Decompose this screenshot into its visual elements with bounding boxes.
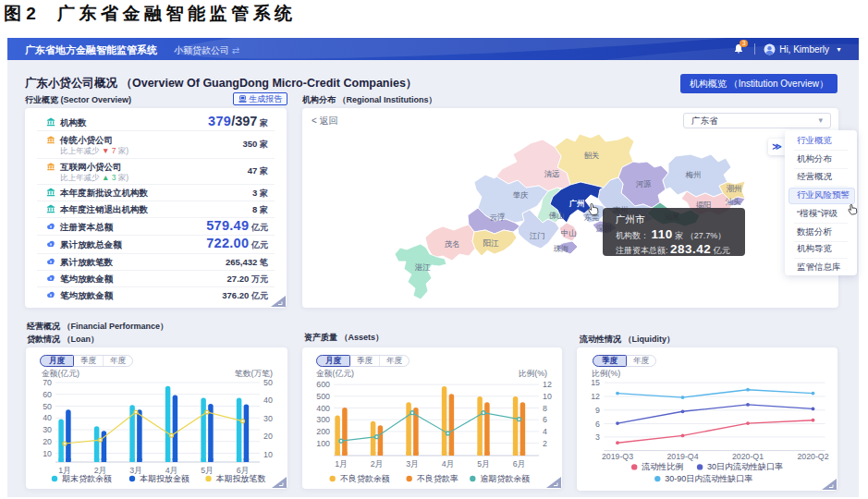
svg-text:50: 50: [263, 378, 273, 387]
svg-text:600: 600: [316, 380, 330, 389]
svg-text:梅州: 梅州: [685, 170, 702, 179]
svg-text:5月: 5月: [201, 466, 214, 475]
svg-text:500: 500: [316, 392, 330, 401]
svg-text:2019-Q4: 2019-Q4: [666, 452, 698, 461]
svg-text:2: 2: [543, 439, 547, 448]
svg-text:比例(%): 比例(%): [592, 369, 620, 378]
svg-text:本期投放金额: 本期投放金额: [140, 474, 189, 483]
svg-text:肇庆: 肇庆: [513, 190, 529, 200]
svg-text:30-90日内流动性缺口率: 30-90日内流动性缺口率: [665, 474, 752, 483]
svg-text:珠海: 珠海: [554, 244, 569, 253]
svg-text:200: 200: [316, 427, 330, 436]
svg-text:20: 20: [43, 437, 52, 446]
svg-text:金额(亿元): 金额(亿元): [42, 369, 79, 378]
svg-text:6: 6: [543, 415, 547, 424]
svg-text:韶关: 韶关: [584, 151, 600, 160]
svg-text:2月: 2月: [371, 459, 384, 469]
svg-text:4月: 4月: [442, 459, 455, 469]
svg-text:10: 10: [543, 392, 552, 401]
svg-text:15: 15: [591, 378, 600, 387]
svg-text:10: 10: [43, 449, 52, 458]
svg-text:300: 300: [316, 415, 330, 424]
svg-text:5月: 5月: [477, 459, 490, 469]
svg-text:阳江: 阳江: [483, 238, 499, 248]
svg-text:河源: 河源: [636, 179, 652, 189]
svg-text:茂名: 茂名: [445, 239, 460, 249]
svg-text:2019-Q3: 2019-Q3: [602, 452, 633, 461]
svg-text:云浮: 云浮: [490, 213, 506, 222]
svg-text:流动性比例: 流动性比例: [641, 462, 683, 471]
svg-text:笔数(万笔): 笔数(万笔): [235, 369, 273, 378]
svg-text:100: 100: [316, 439, 330, 448]
svg-text:60: 60: [43, 390, 52, 399]
svg-text:50: 50: [43, 402, 52, 411]
svg-text:广州: 广州: [568, 199, 585, 208]
svg-text:8: 8: [543, 404, 547, 413]
svg-text:30日内流动性缺口率: 30日内流动性缺口率: [707, 462, 783, 471]
svg-text:逾期贷款余额: 逾期贷款余额: [480, 474, 530, 483]
svg-text:本期投放笔数: 本期投放笔数: [216, 474, 266, 483]
svg-text:9: 9: [595, 406, 600, 415]
svg-text:70: 70: [43, 378, 52, 387]
svg-text:金额(亿元): 金额(亿元): [316, 369, 354, 378]
svg-text:湛江: 湛江: [415, 262, 431, 272]
svg-text:3月: 3月: [406, 459, 419, 469]
svg-text:不良贷款率: 不良贷款率: [417, 474, 458, 483]
svg-text:1月: 1月: [335, 459, 348, 469]
svg-text:20: 20: [263, 432, 273, 441]
svg-text:期末贷款余额: 期末贷款余额: [62, 474, 112, 483]
svg-text:30: 30: [43, 425, 52, 434]
svg-text:6月: 6月: [513, 459, 526, 469]
svg-text:400: 400: [316, 404, 330, 413]
svg-text:40: 40: [263, 396, 273, 405]
svg-text:6: 6: [595, 420, 600, 429]
svg-text:4: 4: [543, 427, 547, 436]
svg-text:比例(%): 比例(%): [519, 369, 547, 378]
svg-text:30: 30: [263, 414, 273, 423]
svg-text:40: 40: [43, 413, 52, 422]
svg-text:清远: 清远: [544, 169, 560, 178]
svg-text:佛山: 佛山: [549, 211, 565, 220]
svg-text:不良贷款余额: 不良贷款余额: [340, 474, 390, 483]
svg-text:2020-Q2: 2020-Q2: [797, 452, 828, 461]
svg-text:中山: 中山: [561, 228, 577, 237]
svg-text:汕头: 汕头: [726, 197, 741, 206]
svg-text:江门: 江门: [530, 231, 545, 240]
svg-text:12: 12: [591, 392, 600, 401]
svg-text:潮州: 潮州: [727, 184, 742, 193]
svg-text:3: 3: [595, 432, 600, 442]
svg-text:2020-Q1: 2020-Q1: [732, 452, 764, 461]
svg-text:10: 10: [263, 450, 273, 459]
svg-text:12: 12: [543, 380, 552, 389]
